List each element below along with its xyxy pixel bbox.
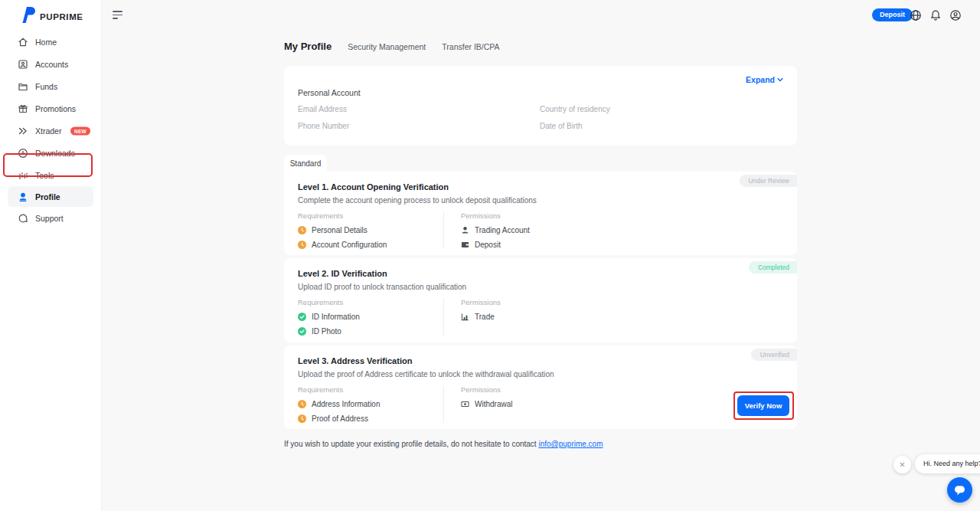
account-avatar-icon[interactable] xyxy=(949,9,962,21)
deposit-button[interactable]: Deposit xyxy=(872,8,913,21)
sidebar-item-xtrader[interactable]: Xtrader NEW xyxy=(0,120,101,142)
contact-note-text: If you wish to update your existing prof… xyxy=(284,440,538,448)
sidebar-item-support[interactable]: Support xyxy=(0,207,101,229)
close-icon: ✕ xyxy=(899,460,905,469)
home-icon xyxy=(18,37,28,47)
level-title: Level 1. Account Opening Verification xyxy=(298,182,449,192)
check-circle-icon xyxy=(298,313,306,321)
sidebar-item-tools[interactable]: Tools xyxy=(0,164,101,186)
check-circle-icon xyxy=(298,327,306,336)
gift-icon xyxy=(18,103,28,114)
permissions-header: Permissions xyxy=(461,211,566,220)
contact-email-link[interactable]: info@puprime.com xyxy=(538,440,603,448)
sidebar-nav: Home Accounts Funds Promotions Xtrader N… xyxy=(0,31,101,229)
deposit-icon xyxy=(461,241,469,249)
permissions-header: Permissions xyxy=(461,385,566,394)
date-of-birth-label: Date of Birth xyxy=(540,122,583,130)
verify-now-button[interactable]: Verify Now xyxy=(737,395,789,416)
requirements-column: Requirements Address Information Proof o… xyxy=(298,385,443,423)
permission-item: Trade xyxy=(461,313,566,321)
requirement-label: ID Information xyxy=(312,313,360,321)
funds-icon xyxy=(18,81,28,92)
permissions-column: Permissions Withdrawal xyxy=(443,385,566,423)
new-badge: NEW xyxy=(70,126,90,135)
country-of-residency-label: Country of residency xyxy=(540,105,610,113)
permissions-column: Permissions Trade xyxy=(443,298,566,336)
pending-clock-icon xyxy=(298,226,306,234)
level-description: Upload ID proof to unlock transaction qu… xyxy=(298,283,466,291)
requirement-item: ID Information xyxy=(298,313,443,321)
pending-clock-icon xyxy=(298,241,306,249)
withdrawal-icon xyxy=(461,400,469,408)
requirement-label: Account Configuration xyxy=(312,241,387,249)
permission-label: Trading Account xyxy=(475,226,530,234)
requirement-item: Account Configuration xyxy=(298,241,443,249)
phone-number-label: Phone Number xyxy=(298,122,349,130)
xtrader-icon xyxy=(18,126,28,136)
requirement-item: Proof of Address xyxy=(298,414,443,423)
brand-name: PUPRIME xyxy=(40,12,83,21)
permission-item: Deposit xyxy=(461,241,566,249)
chat-close-button[interactable]: ✕ xyxy=(893,456,911,473)
chat-greeting-bubble[interactable]: Hi. Need any help? xyxy=(915,454,980,473)
tools-icon xyxy=(18,170,28,181)
sidebar-item-profile[interactable]: Profile xyxy=(8,186,93,207)
permissions-column: Permissions Trading Account Deposit xyxy=(443,211,566,249)
level-2-card: Completed Level 2. ID Verification Uploa… xyxy=(284,258,797,342)
email-address-label: Email Address xyxy=(298,105,347,113)
tab-my-profile[interactable]: My Profile xyxy=(284,41,332,52)
status-badge: Under Review xyxy=(740,175,797,187)
sidebar-item-label: Home xyxy=(35,38,57,47)
requirement-item: ID Photo xyxy=(298,327,443,336)
sidebar-item-label: Downloads xyxy=(35,149,75,158)
status-badge: Unverified xyxy=(751,349,797,361)
requirement-item: Personal Details xyxy=(298,226,443,234)
permission-label: Trade xyxy=(475,313,495,321)
sidebar-item-funds[interactable]: Funds xyxy=(0,75,101,97)
chat-launcher-button[interactable] xyxy=(947,477,972,503)
level-title: Level 3. Address Verification xyxy=(298,356,412,365)
tab-transfer-ib-cpa[interactable]: Transfer IB/CPA xyxy=(442,42,499,51)
requirement-label: Proof of Address xyxy=(312,414,368,423)
requirements-column: Requirements ID Information ID Photo xyxy=(298,298,443,336)
level-description: Complete the account opening process to … xyxy=(298,196,537,205)
sidebar: PUPRIME Home Accounts Funds Promotions X… xyxy=(0,0,102,511)
requirement-label: Personal Details xyxy=(312,226,368,234)
account-type-label: Personal Account xyxy=(298,88,361,97)
tab-security-management[interactable]: Security Management xyxy=(348,42,426,51)
language-globe-icon[interactable] xyxy=(910,9,922,21)
puprime-logo-icon xyxy=(21,7,35,26)
permissions-header: Permissions xyxy=(461,298,566,306)
permission-label: Withdrawal xyxy=(475,400,512,408)
requirements-header: Requirements xyxy=(298,385,443,394)
tab-standard[interactable]: Standard xyxy=(284,155,327,172)
personal-account-card: Expand Personal Account Email Address Co… xyxy=(284,66,797,146)
sidebar-item-accounts[interactable]: Accounts xyxy=(0,53,101,75)
menu-toggle-icon[interactable] xyxy=(113,11,123,21)
requirements-header: Requirements xyxy=(298,211,443,220)
chat-bubble-icon xyxy=(953,484,966,496)
level-1-card: Under Review Level 1. Account Opening Ve… xyxy=(284,172,797,255)
sidebar-item-label: Profile xyxy=(35,192,60,201)
contact-note: If you wish to update your existing prof… xyxy=(284,440,603,448)
accounts-icon xyxy=(18,59,28,70)
pending-clock-icon xyxy=(298,400,306,408)
sidebar-item-label: Promotions xyxy=(35,104,76,113)
sidebar-item-home[interactable]: Home xyxy=(0,31,101,53)
sidebar-item-downloads[interactable]: Downloads xyxy=(0,142,101,164)
level-title: Level 2. ID Verification xyxy=(298,269,387,278)
trading-account-icon xyxy=(461,226,469,234)
sidebar-item-label: Tools xyxy=(35,171,54,180)
sidebar-item-label: Xtrader xyxy=(35,126,61,136)
notifications-bell-icon[interactable] xyxy=(929,9,942,21)
level-3-card: Unverified Level 3. Address Verification… xyxy=(284,346,797,429)
sidebar-item-promotions[interactable]: Promotions xyxy=(0,97,101,120)
support-icon xyxy=(18,213,28,224)
level-description: Upload the proof of Address certificate … xyxy=(298,370,554,378)
expand-toggle[interactable]: Expand xyxy=(746,75,783,84)
download-icon xyxy=(18,148,28,159)
trade-icon xyxy=(461,313,469,321)
brand-logo[interactable]: PUPRIME xyxy=(21,7,83,26)
sidebar-item-label: Accounts xyxy=(35,60,68,69)
profile-tabs: My Profile Security Management Transfer … xyxy=(284,41,500,52)
